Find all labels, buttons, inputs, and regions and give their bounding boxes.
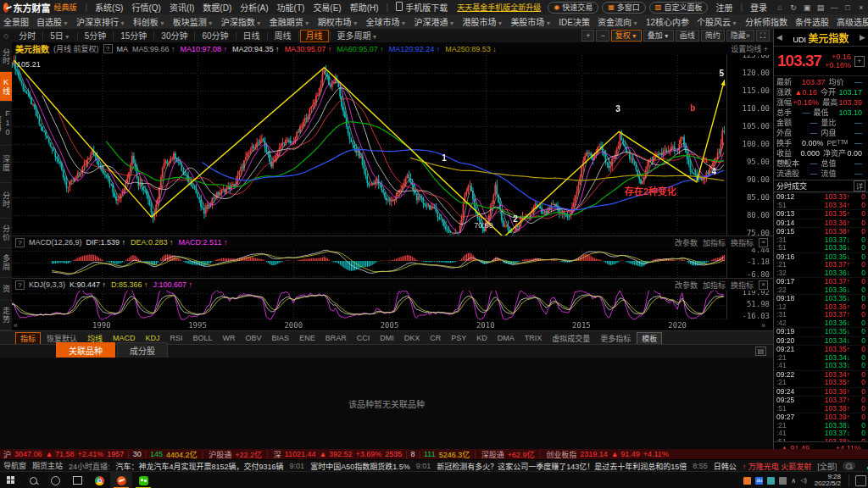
start-button[interactable] (0, 472, 22, 488)
menu-item-2[interactable]: 资讯(I) (165, 1, 198, 14)
tray-icon-2[interactable] (767, 477, 775, 485)
indicator-tab-KD[interactable]: KD (472, 334, 492, 342)
indicator-tab-DMI[interactable]: DMI (376, 334, 398, 342)
indicator-tab-CR[interactable]: CR (426, 334, 445, 342)
related-tab-关联品种[interactable]: 关联品种 (56, 342, 115, 358)
taskbar-clock[interactable]: 9:282022/5/2 (811, 474, 844, 487)
pill-custom-panel[interactable]: ▧自定义面板 (649, 2, 709, 14)
indicator-tab-ENE[interactable]: ENE (295, 334, 320, 342)
pane-tool-换指标[interactable]: 换指标 (731, 237, 754, 248)
sidebar-item-走势榜[interactable]: 走势榜 (0, 301, 12, 330)
toolbar-item-0[interactable]: 全景图 (0, 15, 32, 28)
menu-item-0[interactable]: 系统(S) (91, 1, 127, 14)
task-view-button[interactable] (66, 472, 88, 488)
indicator-tab-DKX[interactable]: DKX (400, 334, 425, 342)
help-icon[interactable]: ? (103, 44, 113, 53)
ma-settings-link[interactable]: 设置均线 + (731, 43, 768, 54)
tool-⛶[interactable]: ⛶ (756, 30, 770, 42)
indicator-tab-RSI[interactable]: RSI (166, 334, 187, 342)
toolbar-item-5[interactable]: 沪深指数▼ (218, 15, 265, 28)
tick-detail-button[interactable]: 详 (854, 180, 865, 191)
menu-item-7[interactable]: 帮助(H) (346, 1, 383, 14)
wechat-app-button[interactable] (132, 472, 154, 488)
indicator-tab-BOLL[interactable]: BOLL (189, 334, 217, 342)
toolbar-item-4[interactable]: 板块监测▼ (170, 15, 217, 28)
sidebar-item-F10资料[interactable]: F10资料 (0, 102, 12, 146)
prev-symbol-arrow[interactable]: ◀ (776, 33, 782, 42)
sidebar-item-资金[interactable]: 资金 (0, 278, 12, 302)
period-tab-周线[interactable]: 周线 (269, 30, 298, 42)
scroll-left-icon[interactable]: « (14, 321, 18, 330)
indicator-tab-OBV[interactable]: OBV (242, 334, 266, 342)
indicator-tab-KDJ[interactable]: KDJ (142, 334, 164, 342)
toolbar-item-6[interactable]: 金融期货▼ (266, 15, 314, 28)
tray-icon-1[interactable]: du (755, 477, 763, 485)
indicator-tab-模板[interactable]: 模板 (637, 332, 662, 345)
tool-叠加[interactable]: 叠加▼ (643, 30, 674, 42)
register-link[interactable]: 注册 (711, 1, 737, 14)
maximize-icon[interactable]: □ (841, 3, 854, 12)
tool-−[interactable]: − (596, 30, 609, 42)
pane-tool-改参数[interactable]: 改参数 (675, 280, 698, 291)
indicator-tab-CCI[interactable]: CCI (353, 334, 375, 342)
menu-item-5[interactable]: 功能(T) (273, 1, 309, 14)
close-icon[interactable]: × (854, 3, 868, 12)
close-pane-icon[interactable]: × (759, 238, 768, 247)
tool-画线[interactable]: 画线 (676, 30, 699, 42)
help-icon[interactable]: ? (15, 238, 25, 247)
toolbar-item-18[interactable]: 高级选股 (833, 15, 868, 28)
toolbar-item-13[interactable]: 资金流向▼ (594, 15, 642, 28)
next-symbol-arrow[interactable]: ▶ (860, 33, 865, 42)
indicator-tab-WR[interactable]: WR (219, 334, 240, 342)
sidebar-item-K线图[interactable]: K线图 (0, 72, 12, 103)
indicator-tab-更多指标[interactable]: 更多指标 (596, 333, 635, 344)
ticker-link-1[interactable]: 期货主站 (32, 460, 63, 472)
ticker-link-0[interactable]: 导航窗 (3, 460, 26, 472)
period-tab-月线[interactable]: 月线 (300, 30, 329, 42)
skin-icon[interactable]: ▣ (800, 3, 814, 12)
ticker-search-input[interactable] (843, 462, 855, 470)
tray-icon-3[interactable] (779, 477, 787, 485)
phone-download-button[interactable]: 手机版下载 (392, 1, 452, 14)
menu-item-1[interactable]: 行情(Q) (127, 1, 164, 14)
sidebar-item-分时图[interactable]: 分时图 (0, 42, 12, 72)
tray-expand-caret[interactable]: ∧ (791, 477, 796, 485)
pane-tool-改参数[interactable]: 改参数 (675, 237, 698, 248)
menu-item-4[interactable]: 分析(A) (236, 1, 272, 14)
toolbar-item-14[interactable]: 12核心内参 (643, 15, 693, 28)
volume-icon[interactable]: ◁) (800, 477, 807, 484)
toolbar-item-17[interactable]: 条件选股 (792, 15, 832, 28)
indicator-tab-DMA[interactable]: DMA (493, 334, 519, 342)
period-tab-分时[interactable]: 分时 (13, 30, 42, 42)
layout-icon[interactable]: ▤ (814, 3, 827, 12)
pane-tool-加指标[interactable]: 加指标 (703, 237, 726, 248)
indicator-tab-MACD[interactable]: MACD (108, 334, 140, 342)
period-tab-60分钟[interactable]: 60分钟 (196, 30, 234, 42)
login-link[interactable]: 登录 (746, 1, 771, 14)
tool-简约[interactable]: 简约 (701, 30, 725, 42)
tool-复权[interactable]: 复权▼ (611, 30, 642, 42)
related-tab-成分股[interactable]: 成分股 (117, 342, 168, 358)
taskbar-search-button[interactable] (22, 472, 44, 488)
toolbar-item-10[interactable]: 港股市场▼ (459, 15, 506, 28)
pane-tool-加指标[interactable]: 加指标 (703, 280, 726, 291)
period-tab-5日[interactable]: 5日▼ (44, 30, 76, 42)
close-pane-icon[interactable]: × (759, 280, 768, 290)
chrome-app-button[interactable] (88, 472, 110, 488)
toolbar-item-15[interactable]: 个股风云▼ (693, 15, 741, 28)
pill-multi-window[interactable]: ▦多窗口 (602, 2, 646, 14)
period-tab-5分钟[interactable]: 5分钟 (79, 30, 113, 42)
tool-+[interactable]: + (581, 30, 594, 42)
tool-隐藏»[interactable]: 隐藏» (726, 30, 754, 42)
refresh-icon[interactable]: ↻ (787, 3, 800, 12)
pane-tool-换指标[interactable]: 换指标 (731, 280, 754, 291)
add-to-watchlist-button[interactable]: + (854, 56, 865, 67)
promo-link[interactable]: 天天基金手机版全新升级 (453, 2, 544, 13)
toolbar-item-3[interactable]: 科创板▼ (130, 15, 169, 28)
period-tab-日线[interactable]: 日线 (237, 30, 266, 42)
toolbar-item-16[interactable]: 分析师指数 (742, 15, 791, 28)
toolbar-item-8[interactable]: 全球市场▼ (363, 15, 410, 28)
indicator-tab-BRAR[interactable]: BRAR (321, 334, 351, 342)
indicator-tab-指标[interactable]: 指标 (15, 332, 41, 345)
toolbar-item-11[interactable]: 美股市场▼ (507, 15, 554, 28)
